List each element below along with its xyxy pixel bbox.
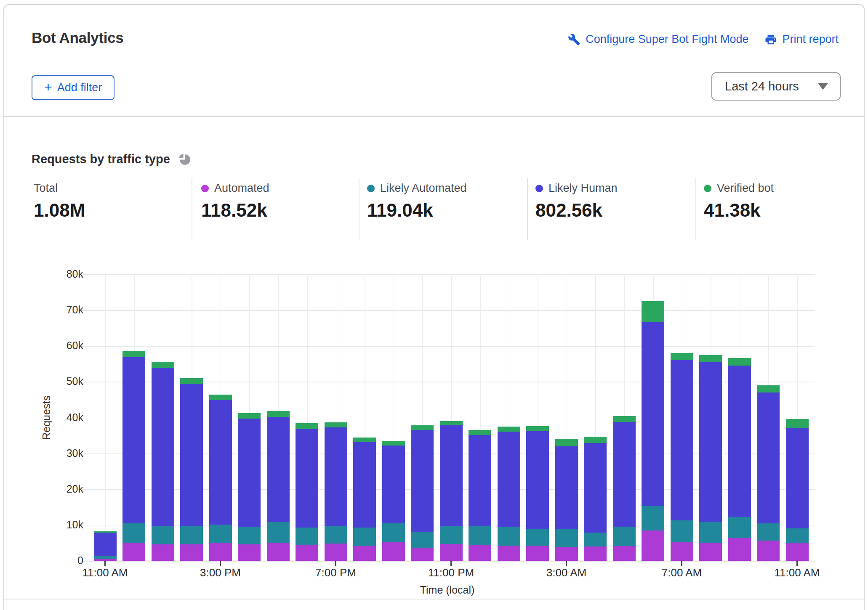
page-title: Bot Analytics bbox=[32, 29, 123, 46]
configure-link-label: Configure Super Bot Fight Mode bbox=[586, 33, 748, 46]
stat-verified-bot-label: Verified bot bbox=[717, 182, 774, 195]
section-title: Requests by traffic type bbox=[32, 152, 170, 166]
stat-total: Total 1.08M bbox=[34, 182, 85, 221]
add-filter-label: Add filter bbox=[57, 81, 102, 94]
plus-icon: + bbox=[44, 80, 52, 94]
stat-divider bbox=[695, 178, 696, 240]
verified-bot-legend-dot bbox=[704, 185, 711, 192]
header-divider bbox=[4, 116, 864, 117]
section-header: Requests by traffic type bbox=[32, 150, 192, 168]
stat-divider bbox=[527, 178, 528, 240]
pie-chart-icon bbox=[177, 151, 192, 168]
print-report-link[interactable]: Print report bbox=[764, 33, 839, 46]
configure-super-bot-fight-mode-link[interactable]: Configure Super Bot Fight Mode bbox=[568, 33, 748, 46]
stat-verified-bot-value: 41.38k bbox=[704, 200, 774, 221]
stat-likely-human-label: Likely Human bbox=[548, 182, 618, 195]
stat-likely-automated: Likely Automated 119.04k bbox=[367, 182, 467, 221]
chevron-down-icon bbox=[818, 83, 828, 90]
stat-divider bbox=[192, 178, 192, 240]
likely-human-legend-dot bbox=[535, 185, 543, 192]
stat-likely-human-value: 802.56k bbox=[535, 200, 618, 221]
stat-automated-value: 118.52k bbox=[201, 200, 269, 221]
stat-verified-bot: Verified bot 41.38k bbox=[704, 182, 774, 221]
stat-automated-label: Automated bbox=[214, 182, 269, 195]
add-filter-button[interactable]: + Add filter bbox=[32, 75, 114, 100]
automated-legend-dot bbox=[201, 185, 209, 192]
wrench-icon bbox=[568, 33, 580, 46]
time-range-select[interactable]: Last 24 hours bbox=[711, 72, 841, 101]
section-bottom-divider bbox=[4, 599, 864, 599]
time-range-value: Last 24 hours bbox=[725, 80, 799, 93]
print-report-label: Print report bbox=[782, 33, 839, 46]
likely-automated-legend-dot bbox=[367, 185, 375, 192]
stat-divider bbox=[359, 178, 359, 240]
printer-icon bbox=[764, 33, 777, 46]
stat-total-value: 1.08M bbox=[34, 200, 85, 221]
stat-automated: Automated 118.52k bbox=[201, 182, 269, 221]
stat-likely-automated-label: Likely Automated bbox=[380, 182, 467, 195]
stat-likely-human: Likely Human 802.56k bbox=[535, 182, 618, 221]
stat-likely-automated-value: 119.04k bbox=[367, 200, 467, 221]
header-links: Configure Super Bot Fight Mode Print rep… bbox=[568, 33, 839, 46]
stat-total-label: Total bbox=[34, 182, 58, 195]
